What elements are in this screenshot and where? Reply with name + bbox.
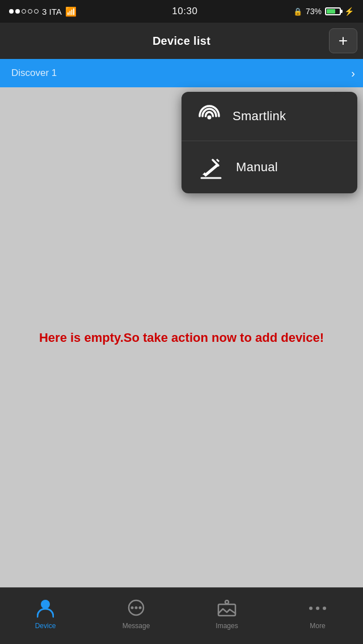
signal-dot-3 — [22, 9, 26, 14]
page-title: Device list — [153, 35, 210, 48]
battery-percent: 73% — [306, 7, 322, 16]
person-icon — [37, 597, 54, 620]
manual-label: Manual — [236, 160, 278, 175]
signal-dot-4 — [28, 9, 32, 14]
message-icon — [126, 597, 146, 620]
add-device-dropdown: Smartlink Manual — [182, 92, 357, 193]
chevron-right-icon: › — [351, 67, 355, 80]
signal-dot-5 — [34, 9, 39, 14]
charging-icon: ⚡ — [344, 7, 354, 16]
images-icon — [217, 597, 237, 620]
tab-message[interactable]: Message — [91, 594, 182, 633]
sub-tab-bar: Discover 1 › — [0, 59, 363, 87]
tab-device[interactable]: Device — [0, 594, 91, 633]
status-left: 3 ITA 📶 — [9, 6, 77, 17]
status-right: 🔒 73% ⚡ — [293, 7, 354, 16]
images-tab-label: Images — [216, 622, 238, 630]
svg-point-7 — [131, 607, 134, 609]
svg-point-8 — [135, 607, 138, 609]
more-icon — [308, 597, 327, 620]
svg-point-12 — [309, 607, 313, 610]
tab-images[interactable]: Images — [182, 594, 272, 633]
main-content: Here is empty.So take action now to add … — [0, 87, 363, 587]
add-device-button[interactable]: + — [329, 28, 357, 53]
smartlink-icon — [195, 102, 223, 130]
more-tab-label: More — [310, 622, 325, 630]
svg-point-11 — [225, 600, 229, 604]
svg-point-14 — [323, 607, 326, 610]
status-time: 10:30 — [172, 6, 197, 17]
tab-more[interactable]: More — [272, 594, 363, 633]
svg-point-5 — [41, 600, 50, 609]
message-tab-label: Message — [123, 622, 150, 630]
discover-tab[interactable]: Discover 1 — [11, 67, 57, 79]
svg-point-0 — [208, 116, 212, 120]
svg-point-13 — [316, 607, 319, 610]
signal-dot-1 — [9, 9, 14, 14]
battery-icon — [325, 7, 341, 15]
manual-menu-item[interactable]: Manual — [182, 141, 357, 193]
device-tab-label: Device — [35, 622, 56, 630]
dropdown-arrow — [331, 92, 345, 99]
svg-point-9 — [139, 607, 142, 609]
signal-strength — [9, 9, 39, 14]
empty-message: Here is empty.So take action now to add … — [16, 328, 347, 347]
carrier-label: 3 ITA — [42, 7, 62, 16]
nav-bar: Device list + — [0, 23, 363, 59]
bottom-tab-bar: Device Message Images — [0, 587, 363, 644]
smartlink-label: Smartlink — [233, 109, 286, 124]
smartlink-menu-item[interactable]: Smartlink — [182, 92, 357, 141]
lock-icon: 🔒 — [293, 7, 302, 16]
pencil-icon — [195, 151, 227, 183]
status-bar: 3 ITA 📶 10:30 🔒 73% ⚡ — [0, 0, 363, 23]
plus-icon: + — [339, 33, 348, 49]
signal-dot-2 — [15, 9, 20, 14]
wifi-icon: 📶 — [65, 6, 77, 17]
